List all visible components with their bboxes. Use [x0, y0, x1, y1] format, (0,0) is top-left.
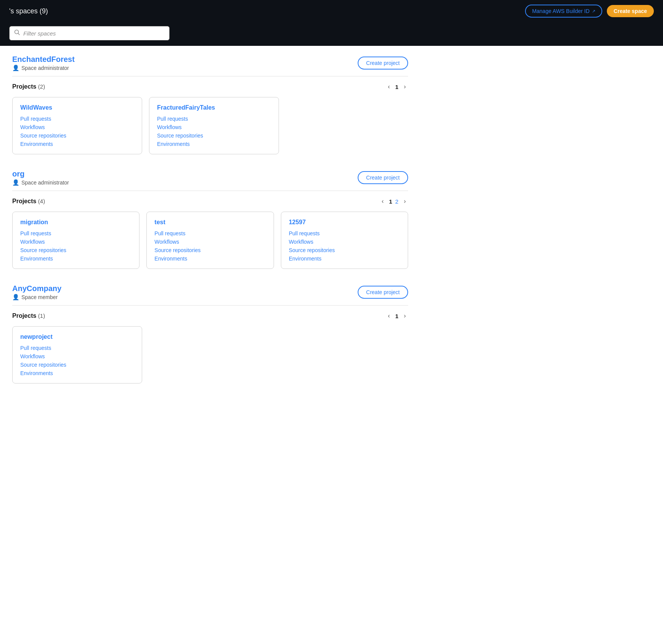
- environments-link-12597[interactable]: Environments: [289, 256, 400, 262]
- project-links-migration: Pull requests Workflows Source repositor…: [20, 230, 131, 262]
- space-name-enchantedforest[interactable]: EnchantedForest: [12, 55, 75, 63]
- space-enchanted-forest: EnchantedForest 👤 Space administrator Cr…: [12, 55, 408, 154]
- space-role-anycompany: Space member: [21, 294, 58, 300]
- environments-link-wildwaves[interactable]: Environments: [20, 141, 134, 147]
- person-icon-anycompany: 👤: [12, 294, 19, 301]
- project-links-newproject: Pull requests Workflows Source repositor…: [20, 345, 134, 376]
- prev-page-button-enchantedforest[interactable]: ‹: [386, 83, 392, 91]
- divider-org: [12, 191, 408, 191]
- project-name-newproject[interactable]: newproject: [20, 333, 134, 340]
- environments-link-migration[interactable]: Environments: [20, 256, 131, 262]
- workflows-link-test[interactable]: Workflows: [154, 239, 266, 245]
- project-card-newproject: newproject Pull requests Workflows Sourc…: [12, 326, 142, 383]
- spaces-title: 's spaces (9): [9, 7, 48, 15]
- manage-builder-id-button[interactable]: Manage AWS Builder ID ↗: [525, 5, 602, 18]
- workflows-link-12597[interactable]: Workflows: [289, 239, 400, 245]
- projects-label-org: Projects (4): [12, 198, 45, 205]
- top-bar: 's spaces (9) Manage AWS Builder ID ↗ Cr…: [0, 0, 663, 46]
- pull-requests-link-migration[interactable]: Pull requests: [20, 230, 131, 236]
- next-page-button-org[interactable]: ›: [402, 197, 408, 205]
- create-project-button-org[interactable]: Create project: [358, 171, 408, 184]
- pull-requests-link-12597[interactable]: Pull requests: [289, 230, 400, 236]
- current-page-org: 1: [389, 198, 392, 205]
- projects-count-anycompany: (1): [38, 312, 45, 319]
- next-page-button-enchantedforest[interactable]: ›: [402, 83, 408, 91]
- filter-spaces-input[interactable]: [23, 30, 165, 37]
- projects-label-enchantedforest: Projects (2): [12, 83, 45, 90]
- pull-requests-link-test[interactable]: Pull requests: [154, 230, 266, 236]
- next-page-button-anycompany[interactable]: ›: [402, 312, 408, 320]
- environments-link-newproject[interactable]: Environments: [20, 370, 134, 376]
- projects-count-org: (4): [38, 198, 45, 204]
- workflows-link-newproject[interactable]: Workflows: [20, 353, 134, 359]
- workflows-link-migration[interactable]: Workflows: [20, 239, 131, 245]
- source-repositories-link-12597[interactable]: Source repositories: [289, 247, 400, 253]
- source-repositories-link-newproject[interactable]: Source repositories: [20, 362, 134, 368]
- space-role-org: Space administrator: [21, 180, 69, 186]
- projects-count-enchantedforest: (2): [38, 83, 45, 90]
- space-name-anycompany[interactable]: AnyCompany: [12, 284, 62, 293]
- project-card-migration: migration Pull requests Workflows Source…: [12, 212, 139, 269]
- project-card-wildwaves: WildWaves Pull requests Workflows Source…: [12, 97, 142, 154]
- project-links-12597: Pull requests Workflows Source repositor…: [289, 230, 400, 262]
- workflows-link-fracturedfairytales[interactable]: Workflows: [157, 124, 271, 130]
- environments-link-test[interactable]: Environments: [154, 256, 266, 262]
- source-repositories-link-fracturedfairytales[interactable]: Source repositories: [157, 133, 271, 139]
- space-role-enchantedforest: Space administrator: [21, 65, 69, 71]
- current-page-enchantedforest: 1: [395, 84, 398, 90]
- prev-page-button-org[interactable]: ‹: [379, 197, 386, 205]
- create-project-button-anycompany[interactable]: Create project: [358, 286, 408, 299]
- projects-label-anycompany: Projects (1): [12, 312, 45, 319]
- source-repositories-link-migration[interactable]: Source repositories: [20, 247, 131, 253]
- person-icon: 👤: [12, 65, 19, 71]
- search-icon: [14, 29, 20, 37]
- svg-line-1: [18, 34, 20, 35]
- divider-anycompany: [12, 305, 408, 306]
- pagination-anycompany: ‹ 1 ›: [386, 312, 408, 320]
- space-anycompany: AnyCompany 👤 Space member Create project…: [12, 284, 408, 383]
- project-name-12597[interactable]: 12597: [289, 219, 400, 226]
- pagination-org: ‹ 1 2 ›: [379, 197, 408, 205]
- project-name-wildwaves[interactable]: WildWaves: [20, 104, 134, 111]
- project-card-12597: 12597 Pull requests Workflows Source rep…: [281, 212, 408, 269]
- project-name-fracturedfairytales[interactable]: FracturedFairyTales: [157, 104, 271, 111]
- manage-builder-id-label: Manage AWS Builder ID: [532, 8, 589, 14]
- workflows-link-wildwaves[interactable]: Workflows: [20, 124, 134, 130]
- person-icon-org: 👤: [12, 179, 19, 186]
- project-name-migration[interactable]: migration: [20, 219, 131, 226]
- current-page-anycompany: 1: [395, 313, 398, 319]
- source-repositories-link-test[interactable]: Source repositories: [154, 247, 266, 253]
- external-link-icon: ↗: [592, 9, 595, 14]
- create-project-button-enchantedforest[interactable]: Create project: [358, 57, 408, 70]
- pull-requests-link-newproject[interactable]: Pull requests: [20, 345, 134, 351]
- main-content: EnchantedForest 👤 Space administrator Cr…: [0, 46, 420, 408]
- project-name-test[interactable]: test: [154, 219, 266, 226]
- prev-page-button-anycompany[interactable]: ‹: [386, 312, 392, 320]
- space-name-org[interactable]: org: [12, 170, 24, 178]
- projects-grid-org: migration Pull requests Workflows Source…: [12, 212, 408, 269]
- page-2-org[interactable]: 2: [395, 198, 398, 205]
- divider-enchantedforest: [12, 76, 408, 76]
- project-links-fracturedfairytales: Pull requests Workflows Source repositor…: [157, 116, 271, 147]
- project-card-fracturedfairytales: FracturedFairyTales Pull requests Workfl…: [149, 97, 279, 154]
- pagination-enchantedforest: ‹ 1 ›: [386, 83, 408, 91]
- space-org: org 👤 Space administrator Create project…: [12, 170, 408, 269]
- source-repositories-link-wildwaves[interactable]: Source repositories: [20, 133, 134, 139]
- pull-requests-link-fracturedfairytales[interactable]: Pull requests: [157, 116, 271, 122]
- project-links-test: Pull requests Workflows Source repositor…: [154, 230, 266, 262]
- projects-grid-anycompany: newproject Pull requests Workflows Sourc…: [12, 326, 408, 383]
- environments-link-fracturedfairytales[interactable]: Environments: [157, 141, 271, 147]
- create-space-button[interactable]: Create space: [607, 5, 654, 17]
- pull-requests-link-wildwaves[interactable]: Pull requests: [20, 116, 134, 122]
- project-card-test: test Pull requests Workflows Source repo…: [146, 212, 274, 269]
- project-links-wildwaves: Pull requests Workflows Source repositor…: [20, 116, 134, 147]
- projects-grid-enchantedforest: WildWaves Pull requests Workflows Source…: [12, 97, 408, 154]
